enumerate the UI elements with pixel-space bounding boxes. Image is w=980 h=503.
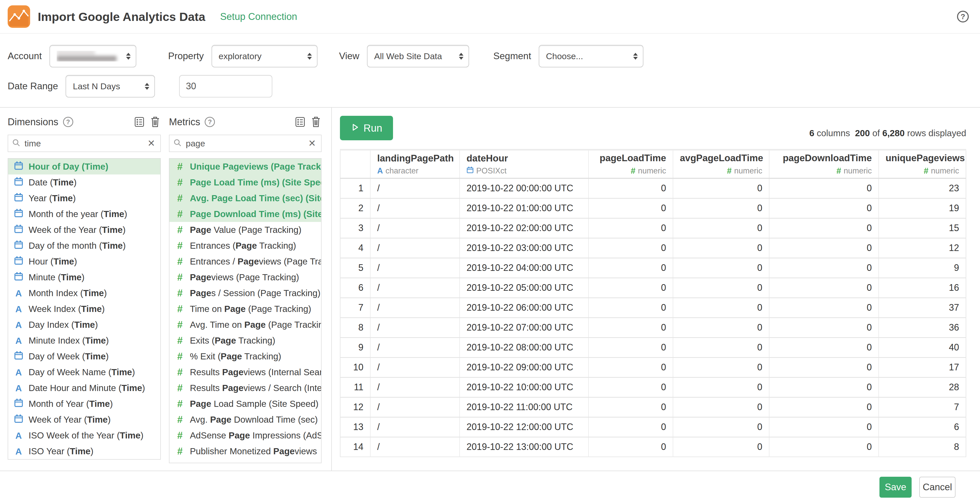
view-select[interactable]: All Web Site Data	[367, 45, 469, 67]
cell-pageDownloadTime: 0	[769, 198, 879, 218]
dimension-item-label: Month of the year (Time)	[29, 209, 127, 219]
dimension-item-label: ISO Year (Time)	[29, 446, 94, 456]
metrics-search-input[interactable]	[185, 138, 308, 149]
dimension-item[interactable]: AISO Year (Time)	[8, 443, 160, 459]
hash-icon: #	[177, 351, 183, 361]
cell-dateHour: 2019-10-22 04:00:00 UTC	[460, 258, 589, 278]
dimension-item[interactable]: Hour (Time)	[8, 254, 160, 269]
dimension-item-label: Day of Week (Time)	[29, 351, 109, 362]
dimension-item[interactable]: Date (Time)	[8, 175, 160, 190]
dimension-item[interactable]: AISO Week of the Year (Time)	[8, 427, 160, 443]
dimension-item[interactable]: Week of the Year (Time)	[8, 222, 160, 238]
calendar-icon	[14, 398, 23, 409]
metric-item-label: Results Pageviews / Search (Internal Sea…	[190, 383, 321, 393]
save-button[interactable]: Save	[880, 477, 912, 498]
dimensions-list[interactable]: Hour of Day (Time)Date (Time)Year (Time)…	[8, 158, 161, 460]
clear-search-icon[interactable]: ✕	[148, 139, 155, 148]
run-button-label: Run	[363, 122, 382, 134]
dimension-item[interactable]: AMinute Index (Time)	[8, 333, 160, 348]
cell-dateHour: 2019-10-22 00:00:00 UTC	[460, 178, 589, 198]
metric-item[interactable]: #Entrances / Pageviews (Page Tracking)	[169, 254, 321, 269]
calendar-icon	[14, 161, 23, 172]
run-button[interactable]: Run	[340, 116, 393, 140]
hash-icon: #	[177, 320, 183, 330]
dimension-item[interactable]: AWeek Index (Time)	[8, 301, 160, 317]
metric-item-label: Page Value (Page Tracking)	[190, 225, 301, 235]
cell-pageLoadTime: 0	[589, 278, 673, 298]
table-row: 9/2019-10-22 08:00:00 UTC00040	[340, 338, 966, 357]
dimension-item[interactable]: Year (Time)	[8, 190, 160, 206]
dimension-item[interactable]: Month of Year (Time)	[8, 396, 160, 412]
metric-item[interactable]: #Page Load Sample (Site Speed)	[169, 396, 321, 412]
dimension-item[interactable]: Day of the month (Time)	[8, 238, 160, 254]
n-days-input[interactable]	[179, 75, 272, 97]
metric-item[interactable]: #Results Pageviews / Search (Internal Se…	[169, 380, 321, 396]
metric-item[interactable]: #AdSense Page Impressions (AdSense)	[169, 427, 321, 443]
metrics-checklist-icon[interactable]	[294, 116, 306, 128]
select-arrows-icon	[633, 53, 638, 60]
cell-pageDownloadTime: 0	[769, 298, 879, 317]
metric-item[interactable]: #Pages / Session (Page Tracking)	[169, 285, 321, 301]
metric-item[interactable]: #Time on Page (Page Tracking)	[169, 301, 321, 317]
dimension-item[interactable]: AMonth Index (Time)	[8, 285, 160, 301]
metric-item[interactable]: #Results Pageviews (Internal Search)	[169, 364, 321, 380]
calendar-icon	[14, 240, 23, 251]
dimension-item[interactable]: Week of Year (Time)	[8, 412, 160, 427]
dimensions-help-icon[interactable]: ?	[63, 117, 73, 127]
metrics-search-box: ✕	[169, 135, 321, 152]
metric-item[interactable]: #% Exit (Page Tracking)	[169, 348, 321, 364]
metric-item-selected[interactable]: #Page Load Time (ms) (Site Speed)	[169, 175, 321, 190]
metric-item-label: AdSense Page Impressions (AdSense)	[190, 430, 321, 441]
cell-pageLoadTime: 0	[589, 317, 673, 338]
dimensions-checklist-icon[interactable]	[134, 116, 145, 128]
help-icon[interactable]: ?	[957, 11, 969, 22]
columns-count: 6	[809, 128, 814, 138]
cell-avgPageLoadTime: 0	[673, 218, 769, 238]
cell-pageLoadTime: 0	[589, 198, 673, 218]
cancel-button[interactable]: Cancel	[919, 477, 956, 498]
clear-search-icon[interactable]: ✕	[308, 139, 316, 148]
metric-item[interactable]: #Avg. Time on Page (Page Tracking)	[169, 317, 321, 333]
dimensions-trash-icon[interactable]	[150, 116, 161, 128]
setup-connection-link[interactable]: Setup Connection	[220, 11, 297, 22]
metric-item-label: Page Load Time (ms) (Site Speed)	[190, 177, 321, 187]
cell-landingPagePath: /	[370, 377, 460, 397]
cell-landingPagePath: /	[370, 298, 460, 317]
metric-item-label: Publisher Monetized Pageviews	[190, 446, 317, 456]
metric-item[interactable]: #Pageviews (Page Tracking)	[169, 269, 321, 285]
cell-avgPageLoadTime: 0	[673, 437, 769, 457]
hash-icon: #	[177, 367, 183, 377]
account-select[interactable]	[49, 45, 136, 67]
metrics-trash-icon[interactable]	[310, 116, 321, 128]
metric-item[interactable]: #Avg. Page Download Time (sec)	[169, 412, 321, 427]
select-arrows-icon	[307, 53, 312, 60]
view-label: View	[339, 51, 360, 62]
calendar-icon	[14, 256, 23, 267]
metric-item[interactable]: #Exits (Page Tracking)	[169, 333, 321, 348]
dimensions-search-input[interactable]	[24, 138, 148, 149]
import-google-analytics-window: Import Google Analytics Data Setup Conne…	[0, 0, 980, 503]
dimension-item-selected[interactable]: Hour of Day (Time)	[8, 159, 160, 175]
date-range-select[interactable]: Last N Days	[65, 75, 155, 97]
dimension-item[interactable]: ADate Hour and Minute (Time)	[8, 380, 160, 396]
property-select[interactable]: exploratory	[212, 45, 318, 67]
dimension-item[interactable]: Day of Week (Time)	[8, 348, 160, 364]
dimension-item[interactable]: ADay of Week Name (Time)	[8, 364, 160, 380]
metric-item-selected[interactable]: #Page Download Time (ms) (Site Speed)	[169, 206, 321, 222]
calendar-icon	[14, 414, 23, 425]
metric-item-selected[interactable]: #Avg. Page Load Time (sec) (Site Speed)	[169, 190, 321, 206]
dimension-item[interactable]: Month of the year (Time)	[8, 206, 160, 222]
metric-item[interactable]: #Page Value (Page Tracking)	[169, 222, 321, 238]
metrics-list[interactable]: #Unique Pageviews (Page Tracking)#Page L…	[169, 158, 321, 463]
segment-select[interactable]: Choose...	[539, 45, 643, 67]
dimension-item[interactable]: Minute (Time)	[8, 269, 160, 285]
metrics-help-icon[interactable]: ?	[205, 117, 215, 127]
hash-icon: #	[836, 166, 841, 176]
segment-label: Segment	[493, 51, 531, 62]
metric-item[interactable]: #Publisher Monetized Pageviews	[169, 443, 321, 459]
cell-avgPageLoadTime: 0	[673, 317, 769, 338]
dimension-item[interactable]: ADay Index (Time)	[8, 317, 160, 333]
metric-item[interactable]: #AdX Monetized Pageviews (AdExchange)	[169, 459, 321, 463]
metric-item[interactable]: #Entrances (Page Tracking)	[169, 238, 321, 254]
metric-item-selected[interactable]: #Unique Pageviews (Page Tracking)	[169, 159, 321, 175]
